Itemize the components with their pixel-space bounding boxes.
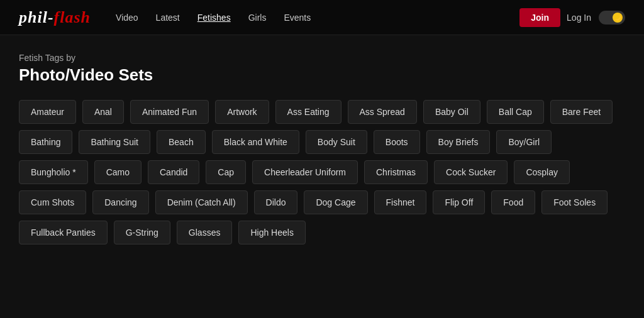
tag-button[interactable]: Black and White [212,130,299,154]
tag-button[interactable]: Baby Oil [423,100,480,124]
tag-button[interactable]: Cum Shots [19,190,86,214]
tag-button[interactable]: Foot Soles [541,190,608,214]
tag-button[interactable]: Bathing Suit [79,130,150,154]
tag-button[interactable]: Boots [374,130,420,154]
nav-fetishes[interactable]: Fetishes [197,13,231,23]
nav-girls[interactable]: Girls [248,13,267,23]
tag-button[interactable]: Artwork [215,100,269,124]
tag-button[interactable]: Boy Briefs [426,130,491,154]
page-subtitle: Fetish Tags by [19,53,625,63]
tag-button[interactable]: Candid [148,160,199,184]
nav-video[interactable]: Video [116,13,138,23]
tag-button[interactable]: Body Suit [306,130,367,154]
tag-button[interactable]: Food [491,190,535,214]
tag-button[interactable]: Cosplay [514,160,570,184]
tag-button[interactable]: Denim (Catch All) [155,190,248,214]
tag-button[interactable]: Animated Fun [130,100,209,124]
join-button[interactable]: Join [519,8,560,27]
tag-button[interactable]: Beach [157,130,206,154]
tag-button[interactable]: Flip Off [433,190,485,214]
tag-button[interactable]: High Heels [238,221,305,244]
tags-grid: AmateurAnalAnimated FunArtworkAss Eating… [19,100,625,244]
tag-button[interactable]: Dog Cage [304,190,367,214]
site-header: phil‑flash Video Latest Fetishes Girls E… [0,0,644,35]
tag-button[interactable]: Bungholio * [19,160,88,184]
tag-button[interactable]: Amateur [19,100,76,124]
nav-events[interactable]: Events [284,13,311,23]
tag-button[interactable]: Camo [94,160,142,184]
tag-button[interactable]: Dancing [92,190,148,214]
tag-button[interactable]: Bare Feet [550,100,613,124]
tag-button[interactable]: Bathing [19,130,72,154]
tag-button[interactable]: Ass Eating [275,100,341,124]
page-title: Photo/Video Sets [19,65,625,85]
tag-button[interactable]: Glasses [177,221,233,244]
tag-button[interactable]: Cock Sucker [434,160,508,184]
tag-button[interactable]: Cheerleader Uniform [252,160,358,184]
nav-latest[interactable]: Latest [156,13,180,23]
theme-toggle[interactable]: 🌙 [599,11,625,25]
tag-button[interactable]: Boy/Girl [496,130,552,154]
login-button[interactable]: Log In [567,13,591,23]
tag-button[interactable]: Fullback Panties [19,221,108,244]
tag-button[interactable]: Anal [82,100,124,124]
theme-toggle-knob: 🌙 [613,13,623,23]
tag-button[interactable]: Christmas [364,160,428,184]
tag-button[interactable]: Ass Spread [348,100,417,124]
tag-button[interactable]: Fishnet [374,190,427,214]
tag-button[interactable]: G-String [114,221,170,244]
tag-button[interactable]: Cap [206,160,246,184]
main-content: Fetish Tags by Photo/Video Sets AmateurA… [0,35,644,257]
tag-button[interactable]: Dildo [254,190,298,214]
tag-button[interactable]: Ball Cap [487,100,544,124]
main-nav: Video Latest Fetishes Girls Events [116,13,519,23]
site-logo: phil‑flash [19,8,91,27]
